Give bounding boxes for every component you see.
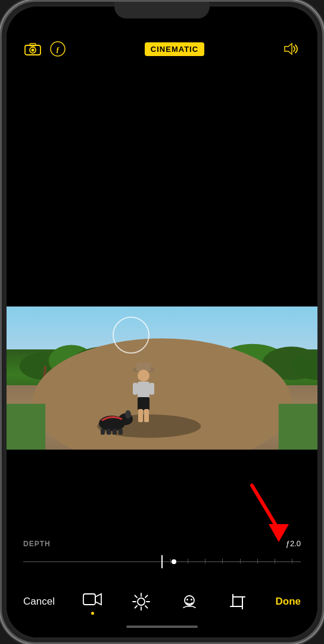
video-scene — [7, 306, 317, 450]
svg-point-25 — [138, 370, 149, 382]
svg-marker-43 — [95, 594, 101, 605]
video-tool-button[interactable] — [82, 589, 103, 615]
svg-rect-33 — [101, 429, 105, 435]
depth-slider[interactable] — [23, 553, 301, 571]
svg-point-38 — [125, 410, 131, 419]
tick-6 — [257, 559, 258, 564]
top-left-icons: ƒ — [23, 39, 67, 58]
svg-line-49 — [135, 596, 137, 598]
svg-point-55 — [191, 599, 192, 600]
screen-content: ƒ CINEMATIC — [7, 7, 317, 637]
video-tool-dot — [91, 612, 94, 615]
tick-7 — [275, 559, 275, 564]
bottom-toolbar: Cancel — [7, 581, 317, 620]
svg-rect-2 — [30, 44, 36, 46]
slider-track — [23, 561, 301, 562]
cancel-button[interactable]: Cancel — [23, 596, 55, 608]
svg-marker-6 — [285, 44, 292, 54]
depth-label: DEPTH — [23, 540, 51, 548]
arrow-area — [7, 485, 317, 539]
adjustment-icon — [130, 591, 152, 612]
tick-3 — [205, 559, 205, 564]
video-camera-icon — [82, 589, 103, 610]
svg-rect-30 — [138, 409, 143, 422]
svg-line-52 — [135, 606, 137, 608]
svg-point-39 — [113, 317, 149, 353]
phone-screen: ƒ CINEMATIC — [7, 7, 317, 637]
svg-line-50 — [145, 606, 148, 608]
f-stop-icon[interactable]: ƒ — [48, 39, 67, 58]
cinematic-badge[interactable]: CINEMATIC — [145, 42, 204, 56]
svg-rect-31 — [144, 409, 149, 422]
svg-rect-28 — [149, 383, 154, 395]
crop-icon — [227, 591, 248, 612]
phone-notch — [114, 2, 210, 18]
black-space-top — [7, 64, 317, 306]
svg-marker-41 — [269, 524, 289, 542]
face-retouch-icon — [179, 591, 200, 612]
home-indicator — [7, 620, 317, 637]
tick-8 — [292, 559, 292, 564]
svg-rect-35 — [113, 429, 117, 435]
face-retouch-tool-button[interactable] — [179, 591, 200, 612]
slider-ticks — [162, 559, 301, 565]
home-bar — [126, 626, 198, 628]
svg-rect-34 — [107, 429, 111, 435]
svg-rect-26 — [138, 382, 149, 398]
svg-rect-36 — [119, 429, 123, 435]
svg-line-51 — [145, 596, 148, 598]
svg-rect-42 — [83, 594, 95, 605]
volume-icon[interactable] — [282, 39, 301, 58]
phone-frame: ƒ CINEMATIC — [0, 0, 324, 644]
svg-point-3 — [32, 49, 35, 52]
tick-5 — [240, 559, 241, 564]
crop-tool-button[interactable] — [227, 591, 248, 612]
done-button[interactable]: Done — [275, 596, 301, 608]
tick-4 — [222, 559, 223, 564]
svg-rect-27 — [133, 383, 138, 395]
svg-rect-21 — [7, 404, 45, 450]
svg-rect-60 — [233, 597, 242, 606]
svg-rect-22 — [279, 404, 317, 450]
tick-2 — [188, 559, 188, 564]
svg-line-40 — [252, 485, 279, 530]
svg-text:ƒ: ƒ — [56, 45, 60, 54]
camera-icon[interactable] — [23, 39, 42, 58]
svg-point-54 — [186, 599, 188, 600]
svg-point-44 — [138, 598, 145, 605]
video-thumbnail[interactable] — [7, 306, 317, 450]
svg-rect-29 — [138, 397, 149, 410]
tick-1 — [170, 559, 171, 564]
adjustment-tool-button[interactable] — [130, 591, 152, 612]
